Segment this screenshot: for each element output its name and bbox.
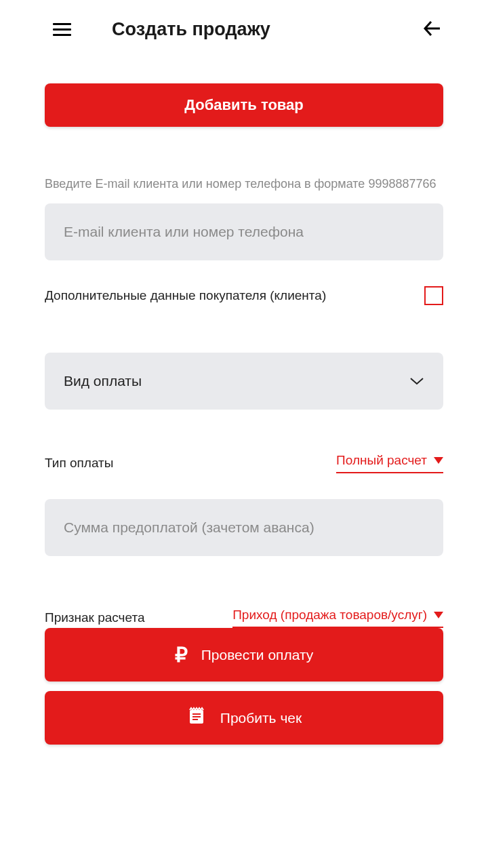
- chevron-down-icon: [409, 377, 424, 385]
- email-hint: Введите E-mail клиента или номер телефон…: [45, 176, 443, 193]
- print-receipt-button[interactable]: Пробить чек: [45, 691, 443, 745]
- email-phone-input[interactable]: [45, 203, 443, 260]
- payment-type-label: Тип оплаты: [45, 456, 113, 471]
- triangle-down-icon: [434, 457, 443, 464]
- svg-rect-2: [192, 716, 201, 717]
- payment-kind-select[interactable]: Вид оплаты: [45, 353, 443, 410]
- page-title: Создать продажу: [112, 19, 423, 40]
- ruble-icon: ₽: [175, 643, 188, 667]
- calc-sign-value: Приход (продажа товаров/услуг): [232, 608, 427, 623]
- svg-rect-1: [192, 713, 201, 715]
- add-product-button[interactable]: Добавить товар: [45, 83, 443, 127]
- receipt-icon: [186, 706, 207, 730]
- prepay-amount-input[interactable]: [45, 499, 443, 556]
- calc-sign-select[interactable]: Приход (продажа товаров/услуг): [232, 608, 443, 628]
- back-icon[interactable]: [423, 20, 441, 40]
- calc-sign-label: Признак расчета: [45, 610, 145, 625]
- additional-data-checkbox[interactable]: [424, 286, 443, 305]
- payment-type-select[interactable]: Полный расчет: [336, 453, 443, 473]
- menu-icon[interactable]: [53, 23, 71, 36]
- payment-kind-label: Вид оплаты: [64, 373, 142, 389]
- make-payment-label: Провести оплату: [201, 647, 314, 663]
- print-receipt-label: Пробить чек: [220, 710, 302, 726]
- svg-rect-3: [192, 719, 198, 720]
- payment-type-value: Полный расчет: [336, 453, 427, 468]
- triangle-down-icon: [434, 612, 443, 618]
- additional-data-label: Дополнительные данные покупателя (клиент…: [45, 288, 326, 303]
- make-payment-button[interactable]: ₽ Провести оплату: [45, 628, 443, 682]
